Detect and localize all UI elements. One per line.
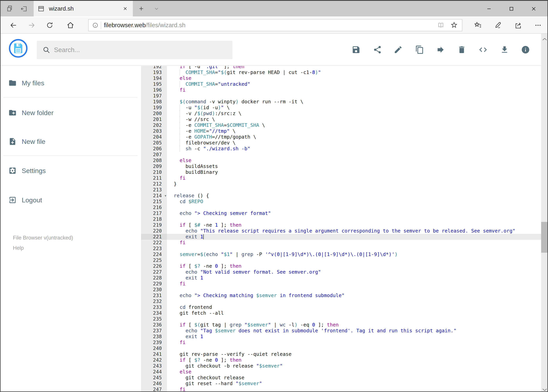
- code-editor[interactable]: 192 if [ -d ".git" ]; then193 COMMIT_SHA…: [141, 66, 541, 392]
- code-line[interactable]: 219 if [ $# -ne 1 ]; then: [141, 222, 541, 228]
- code-line[interactable]: 196 fi: [141, 87, 541, 93]
- code-line[interactable]: 226 if [ $? -ne 0 ]; then: [141, 263, 541, 269]
- tab-list-dropdown-button[interactable]: [151, 1, 162, 16]
- code-line[interactable]: 198 $(command -v winpty) docker run --rm…: [141, 99, 541, 105]
- tab-close-icon[interactable]: [122, 6, 128, 12]
- code-line[interactable]: 212}: [141, 181, 541, 187]
- code-line[interactable]: 246 git reset --hard "$semver": [141, 381, 541, 386]
- page-scrollbar[interactable]: [541, 34, 548, 392]
- back-button[interactable]: [7, 17, 20, 33]
- code-line[interactable]: 244 else: [141, 369, 541, 375]
- code-line[interactable]: 193 COMMIT_SHA="$(git rev-parse HEAD | c…: [141, 70, 541, 75]
- code-line[interactable]: 216: [141, 204, 541, 210]
- code-line[interactable]: 204 -e GOPATH=//tmp/gopath \: [141, 134, 541, 140]
- web-notes-button[interactable]: [491, 17, 505, 33]
- code-line[interactable]: 203 -e HOME="//tmp" \: [141, 128, 541, 134]
- code-line[interactable]: 217 echo "> Checking semver format": [141, 210, 541, 216]
- refresh-button[interactable]: [43, 17, 56, 33]
- code-line[interactable]: 211 fi: [141, 175, 541, 181]
- add-favorite-star-icon[interactable]: [450, 21, 458, 29]
- download-button[interactable]: [496, 41, 513, 58]
- browser-tab[interactable]: wizard.sh: [34, 1, 133, 16]
- code-line[interactable]: 221 exit 1: [141, 234, 541, 240]
- code-line[interactable]: 231 echo "> Checking matching $semver in…: [141, 293, 541, 298]
- code-line[interactable]: 192 if [ -d ".git" ]; then: [141, 66, 541, 70]
- sidebar-item-new-file[interactable]: New file: [8, 136, 45, 147]
- code-line[interactable]: 222 fi: [141, 240, 541, 246]
- delete-button[interactable]: [453, 41, 471, 58]
- code-line[interactable]: 243 git checkout -b release "$semver": [141, 363, 541, 369]
- new-tab-button[interactable]: [136, 1, 147, 16]
- code-line[interactable]: 239 fi: [141, 340, 541, 345]
- code-line[interactable]: 230: [141, 287, 541, 293]
- minimize-button[interactable]: [478, 1, 500, 16]
- favorites-hub-button[interactable]: [471, 17, 485, 33]
- code-line[interactable]: 235: [141, 316, 541, 322]
- code-line[interactable]: 199 -u "$(id -u)" \: [141, 105, 541, 111]
- fold-toggle-icon[interactable]: ▾: [165, 193, 166, 199]
- save-button[interactable]: [347, 41, 365, 58]
- sidebar-item-new-folder[interactable]: New folder: [8, 107, 54, 119]
- code-line[interactable]: 247 fi: [141, 386, 541, 392]
- code-line[interactable]: 208 else: [141, 158, 541, 163]
- address-bar[interactable]: filebrowser.web/files/wizard.sh: [88, 19, 462, 31]
- code-line[interactable]: 232: [141, 298, 541, 304]
- scroll-up-icon[interactable]: [541, 35, 548, 43]
- code-line[interactable]: 214▾release () {: [141, 193, 541, 199]
- sidebar-item-my-files[interactable]: My files: [8, 77, 44, 89]
- code-line[interactable]: 234 git fetch --all: [141, 310, 541, 316]
- code-line[interactable]: 206 sh -c "./wizard.sh -b": [141, 146, 541, 152]
- code-line[interactable]: 224 semver=$(echo "$1" | grep -P '^v(0|[…: [141, 252, 541, 257]
- code-line[interactable]: 240: [141, 345, 541, 351]
- help-link[interactable]: Help: [13, 245, 24, 251]
- forward-button[interactable]: [25, 17, 39, 33]
- code-line[interactable]: 233 cd frontend: [141, 304, 541, 310]
- code-line[interactable]: 195 COMMIT_SHA="untracked": [141, 81, 541, 87]
- code-line[interactable]: 202 -e COMMIT_SHA=$COMMIT_SHA \: [141, 122, 541, 128]
- source-code-button[interactable]: [474, 41, 492, 58]
- code-line[interactable]: 194 else: [141, 75, 541, 81]
- code-line[interactable]: 209 buildAssets: [141, 163, 541, 169]
- code-line[interactable]: 200 -v /$(pwd):/src:z \: [141, 111, 541, 116]
- code-line[interactable]: 218: [141, 216, 541, 222]
- code-line[interactable]: 225: [141, 257, 541, 263]
- set-tabs-aside-button[interactable]: [18, 1, 29, 16]
- code-line[interactable]: 241 git rev-parse --verify --quiet relea…: [141, 351, 541, 357]
- reading-view-icon[interactable]: [437, 21, 445, 29]
- search-input[interactable]: Search...: [37, 41, 232, 59]
- code-line[interactable]: 213: [141, 187, 541, 193]
- sidebar-item-settings[interactable]: Settings: [8, 165, 46, 176]
- code-line[interactable]: 207: [141, 152, 541, 158]
- copy-button[interactable]: [411, 41, 429, 58]
- code-line[interactable]: 215 cd $REPO: [141, 199, 541, 204]
- code-line[interactable]: 197: [141, 93, 541, 99]
- code-line[interactable]: 205 filebrowser/dev \: [141, 140, 541, 146]
- code-line[interactable]: 227 echo "Not valid semver format. See s…: [141, 269, 541, 275]
- code-line[interactable]: 223: [141, 246, 541, 252]
- code-line[interactable]: 210 buildBinary: [141, 169, 541, 175]
- url-text[interactable]: filebrowser.web/files/wizard.sh: [104, 22, 186, 29]
- more-actions-button[interactable]: [531, 17, 545, 33]
- rename-button[interactable]: [389, 41, 407, 58]
- share-button[interactable]: [512, 17, 525, 33]
- code-line[interactable]: 201 -w //src \: [141, 116, 541, 122]
- filebrowser-logo[interactable]: [9, 39, 28, 58]
- share-file-button[interactable]: [369, 41, 386, 58]
- code-line[interactable]: 229 fi: [141, 281, 541, 287]
- info-button[interactable]: [517, 41, 534, 58]
- scroll-down-icon[interactable]: [541, 386, 548, 392]
- close-button[interactable]: [522, 1, 545, 16]
- maximize-button[interactable]: [500, 1, 522, 16]
- tab-preview-button[interactable]: [4, 1, 15, 16]
- site-info-icon[interactable]: [92, 22, 99, 29]
- home-button[interactable]: [64, 17, 77, 33]
- code-line[interactable]: 220 echo "This release script requires a…: [141, 228, 541, 234]
- code-line[interactable]: 238 exit 1: [141, 334, 541, 340]
- code-line[interactable]: 237 echo "Tag $semver does not exist in …: [141, 328, 541, 334]
- code-line[interactable]: 242 if [ $? -ne 0 ]; then: [141, 357, 541, 363]
- scrollbar-thumb[interactable]: [541, 222, 548, 253]
- code-line[interactable]: 236 if [ $(git tag | grep "$semver" | wc…: [141, 322, 541, 328]
- move-button[interactable]: [432, 41, 449, 58]
- code-line[interactable]: 228 exit 1: [141, 275, 541, 281]
- code-line[interactable]: 245 git checkout release: [141, 375, 541, 381]
